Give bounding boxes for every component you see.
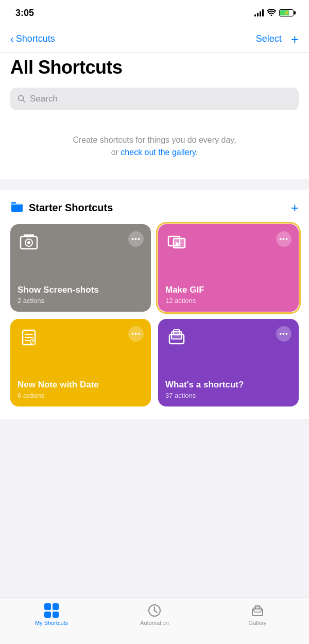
shortcut-more-button[interactable]: ••• [128,231,144,247]
shortcuts-grid: ••• Show Screen-shots 2 actions • [10,224,299,406]
empty-state: Create shortcuts for things you do every… [0,118,309,179]
note-icon [19,327,39,348]
battery-icon: ⚡ [279,9,294,16]
tab-automation-label: Automation [140,620,169,626]
shortcut-actions: 2 actions [18,297,144,304]
shortcut-more-button[interactable]: ••• [276,231,291,247]
grid-icon [44,603,59,618]
shortcut-more-button[interactable]: ••• [128,326,144,342]
gif-icon [166,232,187,253]
add-shortcut-button[interactable]: + [291,32,299,46]
tab-gallery[interactable]: Gallery [206,603,309,626]
svg-line-1 [23,100,25,103]
section-header-left: Starter Shortcuts [10,201,113,215]
more-dots-icon: ••• [131,235,141,243]
svg-rect-18 [174,330,180,335]
shortcut-icon-box [18,231,40,254]
shortcut-actions: 12 actions [165,297,291,304]
select-button[interactable]: Select [256,33,282,44]
chevron-left-icon: ‹ [10,33,14,45]
shortcut-actions: 6 actions [18,392,144,399]
card-top: ••• [165,326,291,349]
shortcut-actions: 37 actions [165,392,291,399]
shortcut-name: Show Screen-shots [18,284,144,295]
more-dots-icon: ••• [131,330,141,338]
bottom-spacer [0,419,309,470]
tab-my-shortcuts[interactable]: My Shortcuts [0,603,103,626]
shortcut-name: New Note with Date [18,379,144,390]
svg-point-5 [27,241,30,244]
shortcut-name: Make GIF [165,284,291,295]
nav-actions: Select + [256,32,299,46]
back-label: Shortcuts [16,33,55,44]
shortcut-name: What's a shortcut? [165,379,291,390]
empty-description: Create shortcuts for things you do every… [10,134,299,159]
shortcut-more-button[interactable]: ••• [276,326,291,342]
layers-icon [166,327,187,348]
gallery-link[interactable]: check out the gallery. [121,148,198,157]
more-dots-icon: ••• [279,235,288,243]
more-dots-icon: ••• [279,330,288,338]
shortcut-card[interactable]: ••• What's a shortcut? 37 actions [158,319,299,406]
clock-icon [147,603,162,618]
back-button[interactable]: ‹ Shortcuts [10,33,55,45]
svg-point-22 [154,610,156,612]
shortcut-icon-box [165,231,188,254]
tab-my-shortcuts-label: My Shortcuts [35,620,68,626]
empty-text-line2: or [111,148,118,157]
shortcut-card[interactable]: ••• Show Screen-shots 2 actions [10,224,151,312]
shortcut-icon-box [165,326,188,349]
tab-automation[interactable]: Automation [103,603,206,626]
nav-bar: ‹ Shortcuts Select + [0,26,309,53]
add-section-button[interactable]: + [291,200,299,216]
search-container: Search [0,88,309,118]
card-bottom: What's a shortcut? 37 actions [165,375,291,399]
section-header: Starter Shortcuts + [10,200,299,216]
empty-text-line1: Create shortcuts for things you do every… [73,135,236,144]
folder-icon [10,201,24,215]
svg-rect-7 [174,239,185,248]
card-top: ••• [18,326,144,349]
card-bottom: New Note with Date 6 actions [18,375,144,399]
status-bar: 3:05 ⚡ [0,0,309,26]
starter-shortcuts-section: Starter Shortcuts + ••• [0,190,309,419]
search-icon [18,95,26,103]
status-icons: ⚡ [254,9,294,18]
layers-tab-icon [250,603,265,618]
shortcut-card[interactable]: ••• New Note with Date 6 actions [10,319,151,406]
search-placeholder: Search [30,94,58,104]
page-header: All Shortcuts [0,53,309,88]
signal-icon [254,9,264,16]
search-bar[interactable]: Search [10,88,299,110]
section-title: Starter Shortcuts [29,202,113,214]
status-time: 3:05 [15,8,34,19]
shortcut-icon-box [18,326,40,349]
card-top: ••• [165,231,291,254]
tab-bar: My Shortcuts Automation Gallery [0,598,309,644]
card-bottom: Show Screen-shots 2 actions [18,280,144,304]
card-bottom: Make GIF 12 actions [165,280,291,304]
tab-gallery-label: Gallery [249,620,267,626]
section-divider [0,179,309,190]
page-title: All Shortcuts [10,57,299,78]
svg-rect-3 [24,234,34,236]
screenshot-icon [19,232,39,253]
wifi-icon [267,9,276,18]
shortcut-card[interactable]: ••• Make GIF 12 actions [158,224,299,312]
card-top: ••• [18,231,144,254]
